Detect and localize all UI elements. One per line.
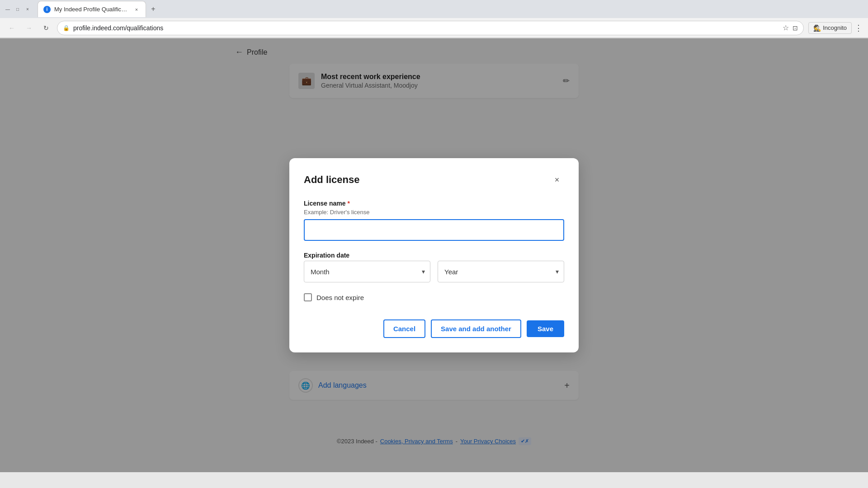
license-name-group: License name * Example: Driver's license — [304, 200, 564, 241]
active-tab[interactable]: i My Indeed Profile Qualifications... × — [38, 1, 146, 17]
license-name-label: License name * — [304, 200, 564, 207]
expiration-date-label: Expiration date — [304, 252, 564, 259]
expiration-date-group: Expiration date Month January February M… — [304, 252, 564, 282]
new-tab-button[interactable]: + — [147, 3, 160, 15]
date-row: Month January February March April May J… — [304, 261, 564, 282]
required-indicator: * — [348, 200, 350, 207]
does-not-expire-row: Does not expire — [304, 293, 564, 301]
license-name-input[interactable] — [304, 219, 564, 241]
modal-footer: Cancel Save and add another Save — [304, 319, 564, 338]
modal-header: Add license × — [304, 173, 564, 187]
save-and-add-another-button[interactable]: Save and add another — [431, 319, 521, 338]
maximize-button[interactable]: □ — [14, 6, 21, 12]
tab-close-button[interactable]: × — [133, 6, 140, 13]
tab-favicon: i — [43, 6, 51, 13]
does-not-expire-label[interactable]: Does not expire — [316, 294, 364, 301]
security-lock-icon: 🔒 — [63, 25, 70, 31]
modal-title: Add license — [304, 174, 359, 186]
minimize-button[interactable]: — — [5, 6, 11, 12]
browser-profile-icon[interactable]: ⊡ — [793, 24, 798, 32]
url-text: profile.indeed.com/qualifications — [73, 24, 779, 32]
year-select-wrapper: Year 2024 2025 2026 2027 2028 2029 2030 … — [438, 261, 564, 282]
add-license-modal: Add license × License name * Example: Dr… — [289, 158, 579, 352]
back-nav-button[interactable]: ← — [5, 22, 18, 34]
month-select[interactable]: Month January February March April May J… — [304, 261, 430, 282]
close-window-button[interactable]: × — [24, 6, 31, 12]
cancel-button[interactable]: Cancel — [383, 319, 425, 338]
does-not-expire-checkbox[interactable] — [304, 293, 312, 301]
forward-nav-button[interactable]: → — [23, 22, 35, 34]
url-bar[interactable]: 🔒 profile.indeed.com/qualifications ☆ ⊡ — [57, 21, 804, 35]
incognito-badge: 🕵 Incognito — [808, 22, 852, 34]
browser-menu-button[interactable]: ⋮ — [854, 23, 863, 33]
refresh-nav-button[interactable]: ↻ — [40, 22, 52, 34]
save-button[interactable]: Save — [527, 320, 564, 337]
tab-title: My Indeed Profile Qualifications... — [54, 6, 129, 13]
bookmark-icon[interactable]: ☆ — [783, 23, 789, 32]
modal-close-button[interactable]: × — [550, 173, 564, 187]
modal-overlay: Add license × License name * Example: Dr… — [0, 38, 868, 472]
month-select-wrapper: Month January February March April May J… — [304, 261, 430, 282]
license-name-hint: Example: Driver's license — [304, 209, 564, 216]
year-select[interactable]: Year 2024 2025 2026 2027 2028 2029 2030 — [438, 261, 564, 282]
